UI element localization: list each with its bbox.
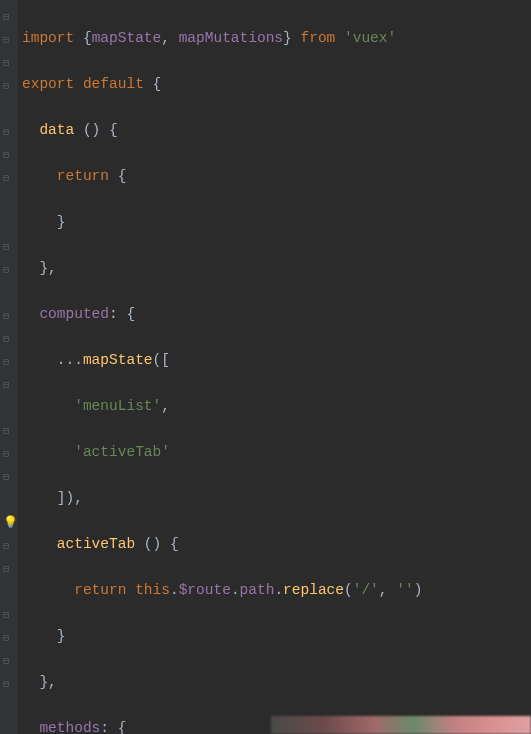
lightbulb-icon[interactable]: 💡 [3, 512, 18, 535]
code-line: activeTab () { [22, 533, 531, 556]
fold-mark[interactable]: ⊟ [3, 673, 9, 696]
fold-mark[interactable]: ⊟ [3, 374, 9, 397]
fold-mark[interactable]: ⊟ [3, 259, 9, 282]
fold-mark[interactable]: ⊟ [3, 604, 9, 627]
fold-mark[interactable]: ⊟ [3, 558, 9, 581]
code-line: } [22, 625, 531, 648]
code-line: import {mapState, mapMutations} from 'vu… [22, 27, 531, 50]
code-line: computed: { [22, 303, 531, 326]
fold-mark[interactable]: ⊟ [3, 121, 9, 144]
fold-mark[interactable]: ⊟ [3, 52, 9, 75]
fold-mark[interactable]: ⊟ [3, 305, 9, 328]
code-line: return { [22, 165, 531, 188]
fold-mark[interactable]: ⊟ [3, 535, 9, 558]
code-line: 'menuList', [22, 395, 531, 418]
code-line: return this.$route.path.replace('/', '') [22, 579, 531, 602]
fold-mark[interactable]: ⊟ [3, 627, 9, 650]
compression-artifact [271, 716, 531, 734]
editor-gutter: ⊟ ⊟ ⊟ ⊟ ⊟ ⊟ ⊟ ⊟ ⊟ ⊟ ⊟ ⊟ ⊟ ⊟ ⊟ ⊟ 💡 ⊟ ⊟ ⊟ … [0, 0, 18, 734]
code-line: ]), [22, 487, 531, 510]
code-line: ...mapState([ [22, 349, 531, 372]
code-line: }, [22, 671, 531, 694]
code-editor-content[interactable]: import {mapState, mapMutations} from 'vu… [0, 0, 531, 734]
code-line: 'activeTab' [22, 441, 531, 464]
fold-mark[interactable]: ⊟ [3, 236, 9, 259]
fold-mark[interactable]: ⊟ [3, 650, 9, 673]
fold-mark[interactable]: ⊟ [3, 351, 9, 374]
fold-mark[interactable]: ⊟ [3, 29, 9, 52]
fold-mark[interactable]: ⊟ [3, 6, 9, 29]
fold-mark[interactable]: ⊟ [3, 167, 9, 190]
fold-mark[interactable]: ⊟ [3, 328, 9, 351]
code-line: } [22, 211, 531, 234]
fold-mark[interactable]: ⊟ [3, 420, 9, 443]
fold-mark[interactable]: ⊟ [3, 443, 9, 466]
fold-mark[interactable]: ⊟ [3, 144, 9, 167]
code-line: data () { [22, 119, 531, 142]
code-line: }, [22, 257, 531, 280]
fold-mark[interactable]: ⊟ [3, 75, 9, 98]
code-line: export default { [22, 73, 531, 96]
fold-mark[interactable]: ⊟ [3, 466, 9, 489]
